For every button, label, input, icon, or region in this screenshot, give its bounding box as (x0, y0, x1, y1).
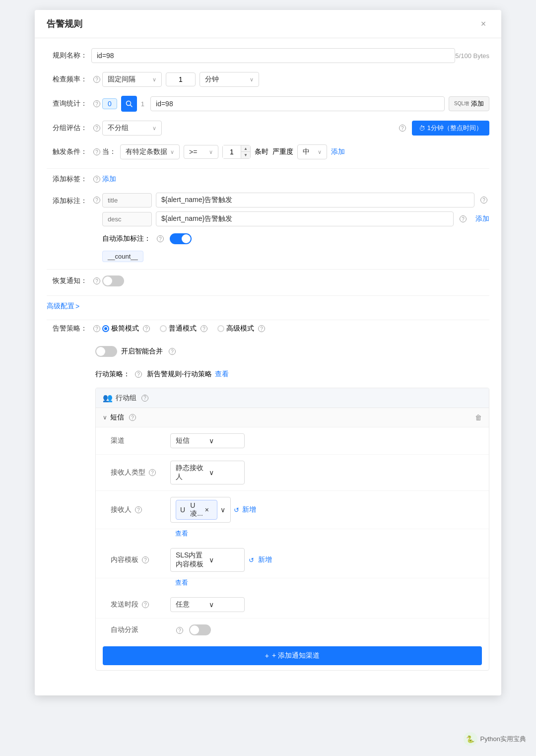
trigger-severity-text: 中 (303, 147, 315, 156)
advanced-config-label: 高级配置 (47, 302, 74, 311)
template-view-link[interactable]: 查看 (175, 579, 188, 586)
action-policy-value: 新告警规则-行动策略 (147, 370, 212, 379)
group-eval-row: 分组评估： ? 不分组 ∨ ? ⏱ 1分钟（整点时间） (47, 121, 489, 136)
strategy-normal-help-icon[interactable]: ? (201, 325, 207, 332)
template-new-link[interactable]: 新增 (258, 555, 272, 564)
strategy-normal-radio[interactable]: 普通模式 ? (160, 324, 209, 333)
strategy-simple-help-icon[interactable]: ? (143, 325, 150, 332)
trigger-help-icon[interactable]: ? (93, 148, 100, 155)
freq-type-select[interactable]: 固定间隔 ∨ (102, 72, 162, 87)
check-freq-label: 检查频率： (47, 75, 91, 84)
auto-dispatch-toggle[interactable] (189, 624, 211, 635)
trigger-num-up-button[interactable]: ▲ (241, 145, 250, 152)
sql-add-button[interactable]: SQL增 添加 (449, 96, 489, 111)
recipient-help-icon[interactable]: ? (135, 506, 142, 513)
rule-name-input[interactable] (97, 52, 450, 60)
auto-dispatch-help-icon[interactable]: ? (176, 627, 183, 634)
template-refresh-icon[interactable]: ↺ (249, 556, 254, 564)
recipient-new-link[interactable]: 新增 (242, 505, 256, 514)
action-policy-help-icon[interactable]: ? (135, 371, 142, 378)
send-time-help-icon[interactable]: ? (142, 601, 149, 608)
recipient-type-label: 接收人类型 (111, 468, 145, 477)
group-eval-chevron-icon: ∨ (152, 125, 156, 132)
smart-merge-help-icon[interactable]: ? (169, 348, 176, 355)
annot-add-link[interactable]: 添加 (475, 214, 489, 223)
query-badge[interactable]: 0 (102, 98, 117, 109)
send-time-chevron-icon: ∨ (209, 601, 239, 609)
template-select-text: SLS内置内容模板 (176, 551, 206, 569)
action-group-help-icon[interactable]: ? (141, 395, 148, 402)
svg-line-1 (130, 105, 132, 107)
recipient-view-link[interactable]: 查看 (175, 530, 188, 537)
search-icon-button[interactable] (121, 96, 137, 112)
template-chevron-icon: ∨ (209, 556, 239, 564)
annot-desc-val[interactable] (156, 211, 454, 226)
check-freq-help-icon[interactable]: ? (93, 76, 100, 83)
alert-strategy-help-icon[interactable]: ? (93, 325, 100, 332)
recovery-notify-toggle[interactable] (102, 275, 124, 286)
annot-desc-help-icon[interactable]: ? (460, 215, 467, 222)
recipient-type-select[interactable]: 静态接收人 ∨ (170, 461, 245, 484)
action-policy-view-link[interactable]: 查看 (215, 370, 229, 379)
template-help-icon[interactable]: ? (142, 556, 149, 563)
trigger-num-down-button[interactable]: ▼ (241, 152, 250, 158)
group-eval-select[interactable]: 不分组 ∨ (102, 121, 162, 136)
rule-name-input-wrap (91, 48, 455, 63)
recovery-notify-help-icon[interactable]: ? (93, 277, 100, 284)
group-eval-help-icon[interactable]: ? (93, 125, 100, 132)
trigger-add-link[interactable]: 添加 (331, 147, 345, 156)
time-period-button[interactable]: ⏱ 1分钟（整点时间） (412, 121, 489, 136)
trigger-op-select[interactable]: >= ∨ (184, 145, 218, 159)
action-group-section: 👥 行动组 ? ∨ 短信 ? 🗑 (47, 388, 489, 671)
recipient-type-field-row: 接收人类型 ? 静态接收人 ∨ (96, 455, 489, 491)
modal-title: 告警规则 (47, 18, 82, 30)
advanced-config-link[interactable]: 高级配置 > (47, 302, 79, 311)
freq-type-text: 固定间隔 (108, 75, 149, 84)
trigger-condition-select[interactable]: 有特定条数据 ∨ (120, 144, 180, 159)
close-button[interactable]: × (477, 18, 489, 30)
annot-title-val[interactable] (156, 193, 474, 207)
annot-title-key[interactable] (102, 193, 152, 207)
sms-delete-icon[interactable]: 🗑 (475, 413, 482, 421)
add-tags-link[interactable]: 添加 (102, 175, 116, 184)
annot-title-help-icon[interactable]: ? (480, 197, 487, 204)
time-btn-help-icon[interactable]: ? (399, 125, 406, 132)
strategy-advanced-help-icon[interactable]: ? (258, 325, 265, 332)
add-channel-button[interactable]: + + 添加通知渠道 (103, 646, 482, 665)
recipient-refresh-icon[interactable]: ↺ (234, 506, 239, 514)
channel-select[interactable]: 短信 ∨ (170, 433, 245, 448)
recipient-input-wrap: U U 凌... × ∨ ↺ 新增 (170, 497, 256, 523)
freq-type-chevron-icon: ∨ (152, 76, 156, 83)
template-field-val: SLS内置内容模板 ∨ ↺ 新增 (170, 548, 474, 572)
trigger-severity-select[interactable]: 中 ∨ (297, 144, 327, 159)
sms-help-icon[interactable]: ? (129, 414, 136, 421)
time-btn-label: 1分钟（整点时间） (427, 124, 482, 133)
sql-icon: SQL增 (454, 100, 469, 107)
strategy-advanced-radio[interactable]: 高级模式 ? (217, 324, 267, 333)
recipient-select[interactable]: U U 凌... × ∨ (170, 497, 231, 523)
query-text-box[interactable]: id=98 (150, 96, 445, 111)
sms-collapse-icon[interactable]: ∨ (103, 414, 107, 421)
annot-desc-key[interactable] (102, 212, 152, 226)
channel-field-row: 渠道 短信 ∨ (96, 427, 489, 455)
trigger-num-input[interactable] (223, 145, 241, 158)
recipient-tag-remove-icon[interactable]: × (205, 506, 213, 514)
freq-num-input[interactable] (166, 72, 196, 86)
template-select[interactable]: SLS内置内容模板 ∨ (170, 548, 245, 572)
action-group-box: 👥 行动组 ? ∨ 短信 ? 🗑 (95, 388, 489, 671)
strategy-simple-radio[interactable]: 极简模式 ? (102, 324, 152, 333)
add-annotation-help-icon[interactable]: ? (93, 197, 100, 204)
freq-unit-select[interactable]: 分钟 ∨ (200, 72, 259, 87)
query-stats-help-icon[interactable]: ? (93, 100, 100, 107)
send-time-select-text: 任意 (176, 600, 206, 609)
add-tags-help-icon[interactable]: ? (93, 176, 100, 183)
smart-merge-toggle[interactable] (95, 346, 117, 357)
auto-annot-help-icon[interactable]: ? (157, 235, 164, 242)
add-tags-row: 添加标签： ? 添加 (47, 175, 489, 184)
auto-annot-toggle[interactable] (170, 233, 192, 244)
modal-body: 规则名称： 5/100 Bytes 检查频率： ? 固定间隔 ∨ 分钟 ∨ (35, 38, 501, 695)
alert-strategy-row: 告警策略： ? 极简模式 ? 普通模式 ? 高级模式 ? (47, 324, 489, 333)
recipient-type-help-icon[interactable]: ? (149, 469, 156, 476)
send-time-select[interactable]: 任意 ∨ (170, 597, 245, 612)
auto-annot-row: 自动添加标注： ? (102, 233, 489, 244)
